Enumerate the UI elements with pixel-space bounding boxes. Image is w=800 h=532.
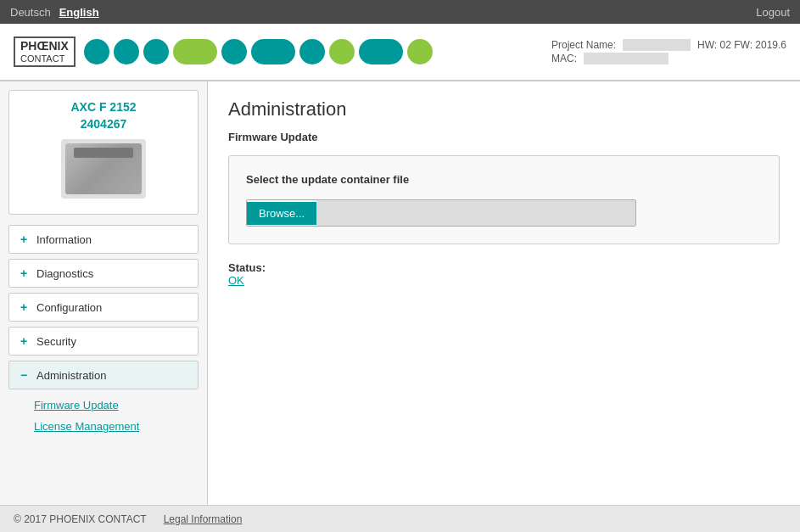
expand-icon-administration: − [18,368,30,382]
circle-5 [221,39,247,64]
sidebar-sub-firmware-update[interactable]: Firmware Update [25,395,199,416]
logout-button[interactable]: Logout [756,6,790,19]
main-layout: AXC F 2152 2404267 + Information + Diagn… [0,81,800,505]
mac-label: MAC: [551,53,577,64]
browse-button[interactable]: Browse... [247,202,316,225]
file-select-row: Browse... [246,199,636,227]
logo: PHŒNIX CONTACT [14,36,76,66]
circle-7 [299,39,325,64]
mac-value [584,53,669,64]
update-box: Select the update container file Browse.… [228,155,780,244]
header-right: Project Name: HW: 02 FW: 2019.6 MAC: [551,39,786,64]
circle-1 [84,39,109,64]
sidebar-sub-license-management[interactable]: License Management [25,416,199,437]
circle-4 [173,39,217,64]
sidebar-item-diagnostics[interactable]: + Diagnostics [8,259,199,288]
section-title: Firmware Update [228,131,780,143]
circle-8 [329,39,355,64]
header: PHŒNIX CONTACT Project Name: HW: 02 FW: … [0,24,800,81]
status-value: OK [228,274,244,287]
sidebar-label-security: Security [36,335,76,348]
device-title: AXC F 2152 2404267 [18,99,189,132]
content-area: Administration Firmware Update Select th… [208,81,800,505]
project-name-value [623,39,691,51]
mac-row: MAC: [551,53,669,64]
logo-box: PHŒNIX CONTACT [14,36,76,66]
sidebar-label-information: Information [36,233,92,246]
circle-3 [143,39,169,64]
page-title: Administration [228,98,780,120]
sidebar-label-administration: Administration [36,369,106,382]
circle-2 [114,39,139,64]
circle-9 [359,39,403,64]
device-image [61,139,146,199]
footer-legal-info[interactable]: Legal Information [164,513,243,525]
status-label: Status: [228,261,266,274]
logo-phoenix-text: PHŒNIX [20,40,69,53]
sidebar-label-diagnostics: Diagnostics [36,267,93,280]
project-name-label: Project Name: [551,39,616,51]
expand-icon-information: + [18,232,30,246]
top-bar: Deutsch English Logout [0,0,800,24]
project-name-row: Project Name: HW: 02 FW: 2019.6 [551,39,786,51]
sidebar: AXC F 2152 2404267 + Information + Diagn… [0,81,208,505]
lang-deutsch[interactable]: Deutsch [10,6,51,19]
expand-icon-security: + [18,334,30,348]
expand-icon-diagnostics: + [18,266,30,280]
sidebar-item-administration[interactable]: − Administration [8,361,199,389]
sidebar-item-information[interactable]: + Information [8,225,199,254]
language-switcher: Deutsch English [10,6,99,19]
circle-10 [407,39,433,64]
header-left: PHŒNIX CONTACT [14,36,433,66]
file-input[interactable] [316,200,635,226]
footer: © 2017 PHOENIX CONTACT Legal Information [0,505,800,532]
sidebar-item-configuration[interactable]: + Configuration [8,293,199,322]
expand-icon-configuration: + [18,300,30,314]
sidebar-label-configuration: Configuration [36,301,102,314]
hw-fw-value: HW: 02 FW: 2019.6 [697,39,786,51]
update-box-title: Select the update container file [246,173,762,186]
circle-6 [251,39,295,64]
admin-sub-menu: Firmware Update License Management [8,395,199,437]
status-section: Status: OK [228,261,780,287]
device-title-line2: 2404267 [81,117,127,131]
footer-copyright: © 2017 PHOENIX CONTACT [14,513,147,525]
device-card: AXC F 2152 2404267 [8,90,199,215]
device-title-line1: AXC F 2152 [70,100,136,114]
logo-contact-text: CONTACT [20,53,69,64]
header-circles [84,39,433,64]
sidebar-item-security[interactable]: + Security [8,327,199,356]
lang-english[interactable]: English [59,6,99,19]
